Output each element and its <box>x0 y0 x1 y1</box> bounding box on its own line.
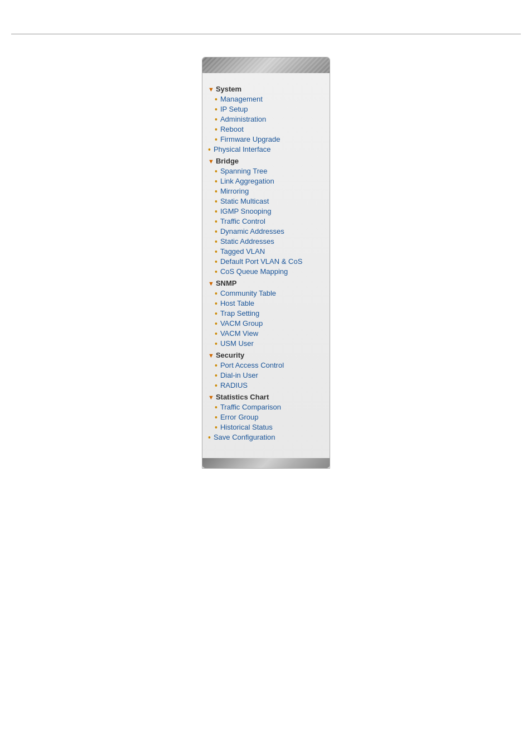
bullet-spanning-tree: • <box>215 167 217 175</box>
bullet-reboot: • <box>215 126 217 133</box>
section-header-snmp[interactable]: ▼ SNMP <box>208 279 324 287</box>
nav-item-label-trap-setting: Trap Setting <box>220 309 259 317</box>
section-label-bridge: Bridge <box>216 157 239 165</box>
nav-item-label-usm-user: USM User <box>220 339 254 348</box>
nav-item-static-multicast[interactable]: • Static Multicast <box>208 197 324 205</box>
nav-panel: ▼ System • Management • IP Setup • Admin… <box>202 57 330 469</box>
nav-item-label-firmware-upgrade: Firmware Upgrade <box>220 135 280 143</box>
nav-item-radius[interactable]: • RADIUS <box>208 381 324 389</box>
nav-item-traffic-comparison[interactable]: • Traffic Comparison <box>208 403 324 411</box>
nav-item-port-access-control[interactable]: • Port Access Control <box>208 361 324 369</box>
section-label-snmp: SNMP <box>216 279 237 287</box>
nav-item-label-vacm-view: VACM View <box>220 329 258 338</box>
nav-item-label-traffic-comparison: Traffic Comparison <box>220 403 281 411</box>
nav-item-label-mirroring: Mirroring <box>220 187 249 195</box>
nav-item-management[interactable]: • Management <box>208 95 324 103</box>
nav-item-usm-user[interactable]: • USM User <box>208 339 324 348</box>
bullet-administration: • <box>215 115 217 123</box>
nav-item-dynamic-addresses[interactable]: • Dynamic Addresses <box>208 227 324 235</box>
bullet-mirroring: • <box>215 187 217 195</box>
nav-item-igmp-snooping[interactable]: • IGMP Snooping <box>208 207 324 215</box>
nav-item-label-administration: Administration <box>220 115 266 123</box>
nav-item-label-default-port-vlan-cos: Default Port VLAN & CoS <box>220 257 302 266</box>
nav-item-historical-status[interactable]: • Historical Status <box>208 423 324 431</box>
arrow-snmp: ▼ <box>208 280 214 287</box>
nav-item-label-tagged-vlan: Tagged VLAN <box>220 247 265 256</box>
bullet-static-addresses: • <box>215 238 217 245</box>
bullet-save-configuration: • <box>208 434 211 441</box>
bullet-trap-setting: • <box>215 310 217 317</box>
arrow-security: ▼ <box>208 352 214 359</box>
nav-item-mirroring[interactable]: • Mirroring <box>208 187 324 195</box>
nav-item-label-spanning-tree: Spanning Tree <box>220 167 268 175</box>
bullet-traffic-comparison: • <box>215 403 217 411</box>
bullet-error-group: • <box>215 413 217 421</box>
nav-item-label-ip-setup: IP Setup <box>220 105 248 113</box>
nav-item-label-host-table: Host Table <box>220 299 254 307</box>
bullet-radius: • <box>215 382 217 389</box>
nav-item-label-reboot: Reboot <box>220 125 244 133</box>
nav-items-container: ▼ System • Management • IP Setup • Admin… <box>202 79 330 457</box>
nav-item-label-historical-status: Historical Status <box>220 423 273 431</box>
section-label-security: Security <box>216 351 244 359</box>
bullet-traffic-control: • <box>215 218 217 225</box>
nav-item-vacm-view[interactable]: • VACM View <box>208 329 324 338</box>
nav-item-trap-setting[interactable]: • Trap Setting <box>208 309 324 317</box>
bullet-link-aggregation: • <box>215 177 217 185</box>
nav-item-static-addresses[interactable]: • Static Addresses <box>208 237 324 245</box>
nav-item-label-cos-queue-mapping: CoS Queue Mapping <box>220 267 288 276</box>
bullet-ip-setup: • <box>215 105 217 113</box>
nav-item-label-traffic-control: Traffic Control <box>220 217 265 225</box>
nav-item-dial-in-user[interactable]: • Dial-in User <box>208 371 324 379</box>
bullet-historical-status: • <box>215 423 217 431</box>
nav-item-label-dial-in-user: Dial-in User <box>220 371 258 379</box>
nav-item-label-radius: RADIUS <box>220 381 248 389</box>
nav-item-label-vacm-group: VACM Group <box>220 319 263 328</box>
section-label-system: System <box>216 85 241 93</box>
nav-item-spanning-tree[interactable]: • Spanning Tree <box>208 167 324 175</box>
bullet-port-access-control: • <box>215 362 217 369</box>
nav-item-reboot[interactable]: • Reboot <box>208 125 324 133</box>
nav-item-label-management: Management <box>220 95 263 103</box>
nav-item-error-group[interactable]: • Error Group <box>208 413 324 421</box>
nav-item-tagged-vlan[interactable]: • Tagged VLAN <box>208 247 324 256</box>
arrow-bridge: ▼ <box>208 158 214 165</box>
nav-item-save-configuration[interactable]: • Save Configuration <box>208 433 324 441</box>
nav-item-label-static-addresses: Static Addresses <box>220 237 274 245</box>
section-header-security[interactable]: ▼ Security <box>208 351 324 359</box>
bullet-vacm-group: • <box>215 320 217 328</box>
section-header-bridge[interactable]: ▼ Bridge <box>208 157 324 165</box>
nav-item-administration[interactable]: • Administration <box>208 115 324 123</box>
bullet-dynamic-addresses: • <box>215 228 217 235</box>
nav-item-label-port-access-control: Port Access Control <box>220 361 284 369</box>
nav-item-ip-setup[interactable]: • IP Setup <box>208 105 324 113</box>
page-content: ▼ System • Management • IP Setup • Admin… <box>0 46 532 469</box>
nav-panel-top-decoration <box>202 57 330 73</box>
nav-item-host-table[interactable]: • Host Table <box>208 299 324 307</box>
section-header-statistics-chart[interactable]: ▼ Statistics Chart <box>208 393 324 401</box>
section-label-statistics-chart: Statistics Chart <box>216 393 269 401</box>
nav-item-community-table[interactable]: • Community Table <box>208 289 324 297</box>
arrow-system: ▼ <box>208 86 214 93</box>
bullet-tagged-vlan: • <box>215 248 217 256</box>
nav-item-label-static-multicast: Static Multicast <box>220 197 269 205</box>
nav-item-label-error-group: Error Group <box>220 413 259 421</box>
bullet-vacm-view: • <box>215 330 217 338</box>
bullet-usm-user: • <box>215 340 217 348</box>
nav-item-default-port-vlan-cos[interactable]: • Default Port VLAN & CoS <box>208 257 324 266</box>
nav-item-link-aggregation[interactable]: • Link Aggregation <box>208 177 324 185</box>
bullet-firmware-upgrade: • <box>215 136 217 143</box>
nav-item-label-save-configuration: Save Configuration <box>214 433 275 441</box>
nav-item-label-dynamic-addresses: Dynamic Addresses <box>220 227 284 235</box>
nav-item-label-community-table: Community Table <box>220 289 276 297</box>
bullet-cos-queue-mapping: • <box>215 268 217 276</box>
nav-item-physical-interface[interactable]: • Physical Interface <box>208 145 324 153</box>
nav-item-traffic-control[interactable]: • Traffic Control <box>208 217 324 225</box>
bullet-host-table: • <box>215 300 217 307</box>
bullet-static-multicast: • <box>215 198 217 205</box>
nav-item-cos-queue-mapping[interactable]: • CoS Queue Mapping <box>208 267 324 276</box>
bullet-igmp-snooping: • <box>215 208 217 215</box>
nav-item-firmware-upgrade[interactable]: • Firmware Upgrade <box>208 135 324 143</box>
nav-item-vacm-group[interactable]: • VACM Group <box>208 319 324 328</box>
section-header-system[interactable]: ▼ System <box>208 85 324 93</box>
